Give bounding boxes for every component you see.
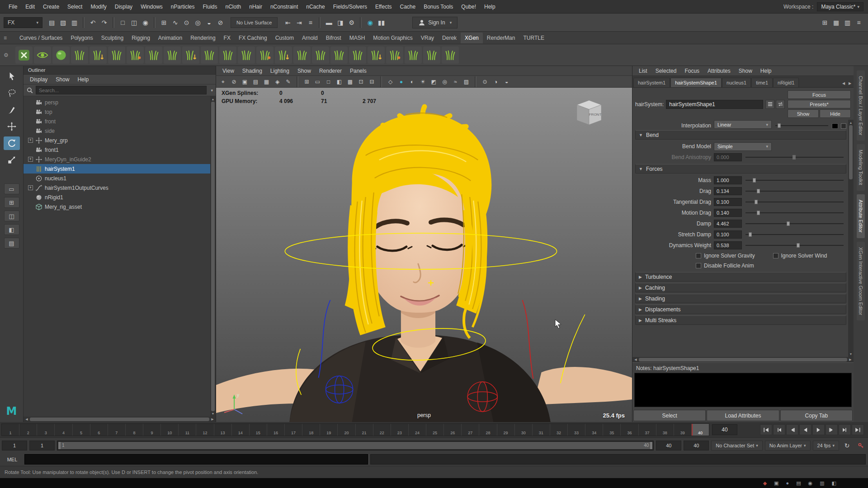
section-header-shading[interactable]: ▶Shading — [635, 294, 846, 303]
node-name-field[interactable] — [666, 100, 763, 109]
shelf-tab-custom[interactable]: Custom — [271, 33, 298, 43]
xgen-guide-sculpt-icon[interactable] — [71, 47, 88, 64]
select-object-icon[interactable]: ◫ — [128, 17, 140, 28]
outliner-item-hairsystem1[interactable]: hairSystem1 — [24, 164, 210, 174]
multisample-icon[interactable]: ▨ — [461, 77, 472, 86]
attribute-tab-hairsystemshape1[interactable]: hairSystemShape1 — [670, 78, 722, 87]
viewport-menu-lighting[interactable]: Lighting — [267, 66, 293, 75]
render-settings-icon[interactable]: ⚙ — [346, 17, 357, 28]
menu-fields-solvers[interactable]: Fields/Solvers — [329, 2, 371, 12]
menu-nconstraint[interactable]: nConstraint — [266, 2, 302, 12]
wireframe-icon[interactable]: ◇ — [385, 77, 396, 86]
taskbar-app-icon-7[interactable]: ◧ — [832, 480, 836, 486]
frame-1[interactable]: 1 — [2, 424, 19, 436]
mass-slider[interactable] — [745, 177, 844, 183]
layout-four-pane[interactable]: ⊞ — [4, 197, 19, 208]
xray-icon[interactable]: ◑ — [491, 77, 501, 86]
sidebar-tab-attribute-editor[interactable]: Attribute Editor — [857, 194, 865, 238]
outliner-menu-display[interactable]: Display — [26, 75, 51, 84]
command-input[interactable] — [24, 454, 368, 465]
section-header-caching[interactable]: ▶Caching — [635, 283, 846, 292]
swap-node-icon[interactable] — [776, 100, 785, 109]
xgen-direction-brush-icon[interactable] — [386, 47, 403, 64]
character-set-selector[interactable]: No Character Set▾ — [711, 441, 763, 450]
frame-10[interactable]: 10 — [160, 424, 178, 436]
frame-39[interactable]: 39 — [674, 424, 691, 436]
ambient-occlusion-icon[interactable]: ◎ — [439, 77, 450, 86]
command-language-button[interactable]: MEL — [0, 457, 24, 462]
bookmark-icon[interactable]: ▤ — [250, 77, 261, 86]
menu-ncache[interactable]: nCache — [302, 2, 329, 12]
range-slider-handle[interactable]: 1 40 — [58, 442, 652, 449]
taskbar-app-icon-3[interactable]: ● — [786, 480, 789, 486]
taskbar-app-icon-5[interactable]: ◉ — [808, 480, 813, 486]
section-header-forces[interactable]: ▼Forces — [635, 164, 846, 174]
snap-curve-icon[interactable]: ∿ — [170, 17, 181, 28]
shelf-tab-xgen[interactable]: XGen — [461, 33, 483, 43]
undo-icon[interactable]: ↶ — [87, 17, 99, 28]
frame-37[interactable]: 37 — [638, 424, 656, 436]
menu-edit[interactable]: Edit — [21, 2, 39, 12]
frame-13[interactable]: 13 — [214, 424, 231, 436]
playback-loop-icon[interactable]: ↻ — [841, 440, 853, 451]
load-attributes-button[interactable]: Load Attributes — [707, 410, 779, 421]
attribute-slider[interactable] — [774, 122, 829, 129]
frame-38[interactable]: 38 — [656, 424, 674, 436]
drag-slider[interactable] — [745, 188, 844, 194]
shelf-menu-icon[interactable]: ≡ — [4, 35, 7, 41]
xgen-preview-icon[interactable] — [34, 47, 51, 64]
select-button[interactable]: Select — [633, 410, 706, 421]
hide-button[interactable]: Hide — [820, 109, 851, 118]
lasso-select-tool[interactable] — [4, 86, 20, 100]
frame-15[interactable]: 15 — [249, 424, 267, 436]
menu-windows[interactable]: Windows — [137, 2, 167, 12]
outliner-item-front[interactable]: front — [24, 117, 210, 126]
outliner-item-merydyn-inguide2[interactable]: +MeryDyn_inGuide2 — [24, 155, 210, 164]
viewport-menu-shading[interactable]: Shading — [239, 66, 266, 75]
checkbox-box[interactable] — [696, 253, 701, 258]
copy-tab-button[interactable]: Copy Tab — [780, 410, 853, 421]
attribute-editor-menu-show[interactable]: Show — [735, 66, 756, 75]
frame-32[interactable]: 32 — [550, 424, 567, 436]
frame-17[interactable]: 17 — [284, 424, 302, 436]
checkbox-box[interactable] — [773, 253, 778, 258]
frame-25[interactable]: 25 — [426, 424, 443, 436]
attribute-editor-horizontal-scrollbar[interactable]: ◀▶ — [632, 357, 854, 362]
frame-3[interactable]: 3 — [37, 424, 54, 436]
bend-anisotropy-slider[interactable] — [745, 154, 844, 160]
make-live-icon[interactable]: ⊘ — [215, 17, 226, 28]
menu-help[interactable]: Help — [480, 2, 500, 12]
tab-scroll-left-icon[interactable]: ◀ — [841, 81, 846, 85]
rotate-tool[interactable] — [4, 136, 20, 150]
xgen-select-brush-icon[interactable] — [423, 47, 440, 64]
menu-bonus-tools[interactable]: Bonus Tools — [420, 2, 457, 12]
frame-16[interactable]: 16 — [267, 424, 284, 436]
menu-create[interactable]: Create — [39, 2, 63, 12]
xgen-comb-brush-icon[interactable] — [164, 47, 181, 64]
save-scene-icon[interactable]: ▥ — [69, 17, 80, 28]
open-scene-icon[interactable]: ▧ — [57, 17, 69, 28]
shelf-tab-rendering[interactable]: Rendering — [186, 33, 219, 43]
auto-keyframe-icon[interactable] — [855, 440, 866, 451]
menu-cache[interactable]: Cache — [396, 2, 420, 12]
shelf-tab-fx[interactable]: FX — [220, 33, 235, 43]
tangential-drag-field[interactable] — [714, 198, 742, 206]
textured-icon[interactable]: ◐ — [407, 77, 417, 86]
stretch-damp-field[interactable] — [714, 230, 742, 239]
xgen-freeze-brush-icon[interactable] — [293, 47, 311, 64]
go-to-start-button[interactable] — [760, 424, 772, 435]
shelf-tab-arnold[interactable]: Arnold — [298, 33, 322, 43]
frame-12[interactable]: 12 — [196, 424, 213, 436]
shelf-options-icon[interactable]: ⚙ — [4, 52, 9, 58]
xgen-collision-modifier-icon[interactable] — [349, 47, 366, 64]
outliner-vertical-scrollbar[interactable]: ▲▼ — [210, 96, 216, 417]
frame-24[interactable]: 24 — [408, 424, 426, 436]
select-hierarchy-icon[interactable]: □ — [117, 17, 128, 28]
film-gate-icon[interactable]: ▭ — [312, 77, 323, 86]
frame-27[interactable]: 27 — [461, 424, 479, 436]
shaded-icon[interactable]: ● — [396, 77, 406, 86]
shelf-tab-renderman[interactable]: RenderMan — [483, 33, 519, 43]
drag-field[interactable] — [714, 187, 742, 195]
snap-projected-center-icon[interactable]: ◎ — [192, 17, 203, 28]
frame-18[interactable]: 18 — [302, 424, 320, 436]
